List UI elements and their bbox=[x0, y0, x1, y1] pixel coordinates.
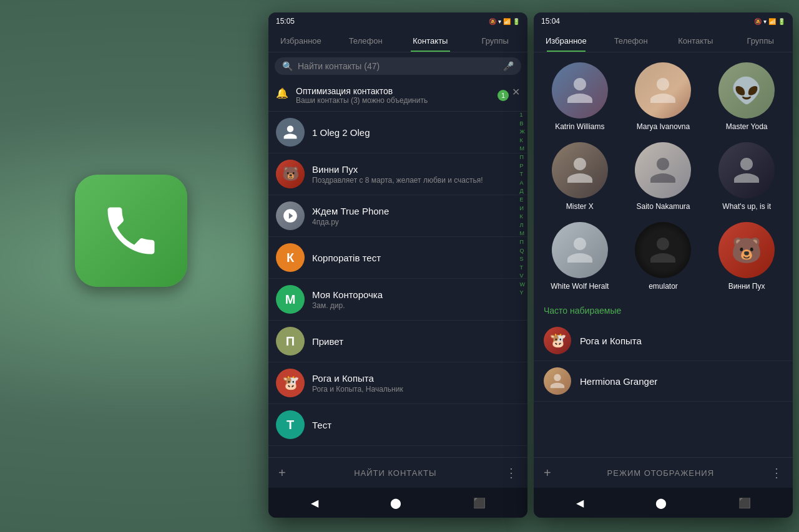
favorite-item[interactable]: White Wolf Heralt bbox=[539, 217, 621, 296]
favorite-name: Master Yoda bbox=[726, 122, 768, 131]
tab-phone-left[interactable]: Телефон bbox=[333, 30, 398, 52]
banner-close-button[interactable]: ✕ bbox=[512, 86, 520, 98]
right-status-icons: 🔕 ▾ 📶 🔋 bbox=[754, 18, 785, 25]
contact-detail: Рога и Копыта, Начальник bbox=[312, 385, 520, 394]
favorite-name: White Wolf Heralt bbox=[551, 282, 609, 291]
more-options-button[interactable]: ⋮ bbox=[505, 465, 517, 480]
contact-item[interactable]: М Моя Конторочка Зам. дир. bbox=[268, 279, 527, 321]
contact-item[interactable]: Т Тест bbox=[268, 404, 527, 446]
contact-item[interactable]: 🐻 Винни Пух Поздравляет с 8 марта, желае… bbox=[268, 153, 527, 195]
favorite-name: Mister X bbox=[566, 202, 594, 211]
right-bottom-bar: + РЕЖИМ ОТОБРАЖЕНИЯ ⋮ bbox=[534, 457, 793, 488]
contact-name: Тест bbox=[312, 420, 520, 430]
alphabet-index: 1 В Ж К М П Р Т А Д Е И К Л М П Q S Т V … bbox=[520, 111, 526, 297]
person-icon bbox=[282, 124, 298, 140]
contact-name: Винни Пух bbox=[312, 164, 520, 175]
favorite-name: Marya Ivanovna bbox=[637, 122, 690, 131]
favorite-avatar bbox=[635, 142, 691, 198]
contact-detail: Поздравляет с 8 марта, желает любви и сч… bbox=[312, 176, 520, 185]
contacts-list-left: 🔔 Оптимизация контактов Ваши контакты (3… bbox=[268, 80, 527, 457]
find-contacts-button[interactable]: НАЙТИ КОНТАКТЫ bbox=[354, 468, 436, 478]
freq-avatar bbox=[544, 367, 571, 395]
favorite-item[interactable]: Mister X bbox=[539, 137, 621, 216]
favorite-item[interactable]: 🐻 Винни Пух bbox=[705, 217, 788, 296]
contact-detail: Зам. дир. bbox=[312, 301, 520, 310]
more-options-button-right[interactable]: ⋮ bbox=[770, 465, 783, 480]
tab-favorites-left[interactable]: Избранное bbox=[268, 30, 333, 52]
add-favorite-button[interactable]: + bbox=[544, 466, 551, 480]
mic-icon[interactable]: 🎤 bbox=[503, 61, 514, 71]
freq-item[interactable]: 🐮 Рога и Копыта bbox=[534, 321, 793, 361]
contact-item[interactable]: 🐮 Рога и Копыта Рога и Копыта, Начальник bbox=[268, 362, 527, 404]
contact-info: Тест bbox=[312, 420, 520, 430]
left-tabs: Избранное Телефон Контакты Группы bbox=[268, 30, 527, 52]
favorites-grid: Katrin Williams Marya Ivanovna 👽 M bbox=[534, 52, 793, 301]
right-nav-bar: ◀ ⬤ ⬛ bbox=[534, 488, 793, 518]
freq-item[interactable]: Hermiona Granger bbox=[534, 361, 793, 402]
favorite-name: Винни Пух bbox=[728, 282, 765, 291]
add-contact-button[interactable]: + bbox=[278, 466, 286, 480]
search-bar-left[interactable]: 🔍 Найти контакты (47) 🎤 bbox=[275, 57, 521, 75]
optimization-banner[interactable]: 🔔 Оптимизация контактов Ваши контакты (3… bbox=[268, 80, 527, 112]
favorite-name: What's up, is it bbox=[722, 202, 771, 211]
phone-app-icon bbox=[75, 175, 187, 287]
tab-contacts-right[interactable]: Контакты bbox=[664, 30, 728, 52]
contact-info: 1 Oleg 2 Oleg bbox=[312, 127, 520, 138]
avatar: 🐮 bbox=[276, 369, 305, 397]
recents-button[interactable]: ⬛ bbox=[473, 497, 486, 509]
tab-favorites-right[interactable]: Избранное bbox=[534, 30, 599, 52]
left-time: 15:05 bbox=[276, 17, 295, 26]
contact-info: Корпоратів тест bbox=[312, 253, 520, 263]
home-button[interactable]: ⬤ bbox=[390, 497, 401, 509]
favorite-item[interactable]: Saito Nakamura bbox=[622, 137, 705, 216]
favorite-item[interactable]: What's up, is it bbox=[705, 137, 788, 216]
display-mode-button[interactable]: РЕЖИМ ОТОБРАЖЕНИЯ bbox=[607, 468, 715, 478]
right-tabs: Избранное Телефон Контакты Группы bbox=[534, 30, 793, 52]
tab-phone-right[interactable]: Телефон bbox=[599, 30, 664, 52]
app-icon-area bbox=[75, 175, 212, 312]
home-button-right[interactable]: ⬤ bbox=[655, 497, 667, 509]
freq-name: Рога и Копыта bbox=[580, 336, 642, 346]
bell-icon: 🔔 bbox=[276, 87, 288, 99]
contact-item[interactable]: 1 Oleg 2 Oleg bbox=[268, 112, 527, 153]
favorite-item[interactable]: Marya Ivanovna bbox=[622, 57, 705, 136]
recents-button-right[interactable]: ⬛ bbox=[738, 497, 751, 509]
tab-groups-right[interactable]: Группы bbox=[728, 30, 793, 52]
search-placeholder-left: Найти контакты (47) bbox=[298, 61, 503, 71]
contact-name: Рога и Копыта bbox=[312, 373, 520, 384]
contact-info: Моя Конторочка Зам. дир. bbox=[312, 289, 520, 310]
right-phone-screen: 15:04 🔕 ▾ 📶 🔋 Избранное Телефон Контакты… bbox=[534, 12, 793, 518]
contact-detail: 4пда.ру bbox=[312, 218, 520, 226]
tab-contacts-left[interactable]: Контакты bbox=[398, 30, 463, 52]
back-button-right[interactable]: ◀ bbox=[576, 497, 584, 509]
favorite-name: Katrin Williams bbox=[555, 122, 604, 131]
contact-item[interactable]: П Привет bbox=[268, 321, 527, 362]
search-icon: 🔍 bbox=[282, 61, 293, 71]
favorites-scroll: Katrin Williams Marya Ivanovna 👽 M bbox=[534, 52, 793, 457]
left-phone-screen: 15:05 🔕 ▾ 📶 🔋 Избранное Телефон Контакты… bbox=[268, 12, 527, 518]
favorite-name: emulator bbox=[649, 282, 678, 291]
contact-name: Корпоратів тест bbox=[312, 253, 520, 263]
phone-icon bbox=[100, 200, 162, 262]
favorite-avatar: 🐻 bbox=[718, 222, 775, 278]
favorite-avatar bbox=[552, 142, 608, 198]
contact-info: Винни Пух Поздравляет с 8 марта, желает … bbox=[312, 164, 520, 185]
favorite-item[interactable]: 👽 Master Yoda bbox=[705, 57, 788, 136]
favorite-avatar: 👽 bbox=[718, 62, 775, 118]
left-nav-bar: ◀ ⬤ ⬛ bbox=[268, 488, 527, 518]
banner-subtitle: Ваши контакты (3) можно объединить bbox=[296, 96, 512, 105]
frequently-dialed-title: Часто набираемые bbox=[534, 301, 793, 321]
favorite-avatar bbox=[718, 142, 775, 198]
favorite-item[interactable]: emulator bbox=[622, 217, 705, 296]
contact-item[interactable]: Ждем True Phone 4пда.ру bbox=[268, 195, 527, 237]
freq-name: Hermiona Granger bbox=[580, 376, 657, 387]
favorite-avatar bbox=[635, 62, 691, 118]
contact-info: Ждем True Phone 4пда.ру bbox=[312, 206, 520, 226]
right-time: 15:04 bbox=[541, 17, 560, 26]
contact-info: Привет bbox=[312, 336, 520, 347]
back-button[interactable]: ◀ bbox=[311, 497, 318, 509]
contact-item[interactable]: К Корпоратів тест bbox=[268, 237, 527, 279]
avatar bbox=[276, 201, 305, 230]
favorite-item[interactable]: Katrin Williams bbox=[539, 57, 621, 136]
tab-groups-left[interactable]: Группы bbox=[463, 30, 527, 52]
